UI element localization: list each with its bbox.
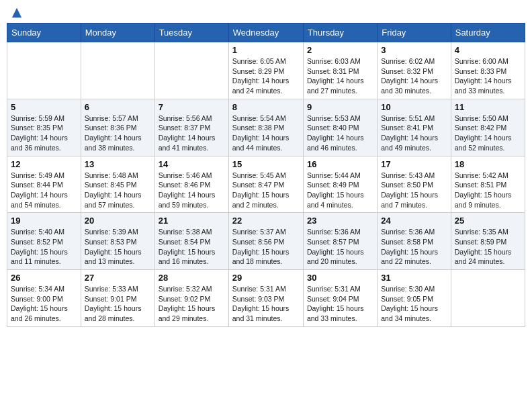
calendar-cell: 12Sunrise: 5:49 AMSunset: 8:44 PMDayligh… [7,156,81,213]
day-number: 31 [381,273,447,283]
logo-icon [11,7,23,19]
day-number: 23 [307,216,373,226]
day-info: Sunrise: 5:46 AMSunset: 8:46 PMDaylight:… [159,171,225,210]
page-header [7,7,525,17]
day-info: Sunrise: 5:42 AMSunset: 8:51 PMDaylight:… [455,171,521,210]
day-number: 29 [232,273,300,283]
day-number: 20 [85,216,151,226]
logo [9,7,23,17]
calendar-cell: 11Sunrise: 5:50 AMSunset: 8:42 PMDayligh… [451,99,525,156]
calendar-cell: 13Sunrise: 5:48 AMSunset: 8:45 PMDayligh… [81,156,154,213]
day-number: 9 [307,102,373,112]
day-info: Sunrise: 5:40 AMSunset: 8:52 PMDaylight:… [11,227,77,267]
day-number: 17 [381,159,447,169]
column-header-thursday: Thursday [303,24,377,42]
day-number: 22 [232,216,300,226]
calendar-cell: 10Sunrise: 5:51 AMSunset: 8:41 PMDayligh… [378,99,451,156]
column-header-sunday: Sunday [7,24,81,42]
day-number: 11 [455,102,521,112]
calendar-cell: 29Sunrise: 5:31 AMSunset: 9:03 PMDayligh… [228,270,303,327]
column-header-friday: Friday [378,24,451,42]
calendar-cell: 2Sunrise: 6:03 AMSunset: 8:31 PMDaylight… [303,42,377,99]
calendar-cell: 17Sunrise: 5:43 AMSunset: 8:50 PMDayligh… [378,156,451,213]
calendar-week-row: 26Sunrise: 5:34 AMSunset: 9:00 PMDayligh… [7,270,525,327]
day-number: 13 [85,159,151,169]
day-number: 4 [455,45,521,55]
calendar-cell: 22Sunrise: 5:37 AMSunset: 8:56 PMDayligh… [228,213,303,270]
day-info: Sunrise: 5:51 AMSunset: 8:41 PMDaylight:… [381,113,447,153]
calendar-week-row: 12Sunrise: 5:49 AMSunset: 8:44 PMDayligh… [7,156,525,213]
calendar-cell: 19Sunrise: 5:40 AMSunset: 8:52 PMDayligh… [7,213,81,270]
day-info: Sunrise: 5:31 AMSunset: 9:04 PMDaylight:… [307,284,373,324]
column-header-monday: Monday [81,24,154,42]
calendar-cell [7,42,81,99]
calendar-cell: 1Sunrise: 6:05 AMSunset: 8:29 PMDaylight… [228,42,303,99]
day-info: Sunrise: 6:00 AMSunset: 8:33 PMDaylight:… [455,56,521,96]
calendar-cell: 27Sunrise: 5:33 AMSunset: 9:01 PMDayligh… [81,270,154,327]
calendar-week-row: 5Sunrise: 5:59 AMSunset: 8:35 PMDaylight… [7,99,525,156]
calendar-cell: 16Sunrise: 5:44 AMSunset: 8:49 PMDayligh… [303,156,377,213]
day-number: 14 [159,159,225,169]
day-info: Sunrise: 5:44 AMSunset: 8:49 PMDaylight:… [307,171,373,210]
calendar-cell: 8Sunrise: 5:54 AMSunset: 8:38 PMDaylight… [228,99,303,156]
day-info: Sunrise: 5:48 AMSunset: 8:45 PMDaylight:… [85,171,151,210]
calendar-cell: 21Sunrise: 5:38 AMSunset: 8:54 PMDayligh… [154,213,228,270]
day-info: Sunrise: 5:33 AMSunset: 9:01 PMDaylight:… [85,284,151,324]
calendar-cell: 3Sunrise: 6:02 AMSunset: 8:32 PMDaylight… [378,42,451,99]
calendar-cell: 15Sunrise: 5:45 AMSunset: 8:47 PMDayligh… [228,156,303,213]
day-number: 5 [11,102,77,112]
day-info: Sunrise: 5:57 AMSunset: 8:36 PMDaylight:… [85,113,151,153]
day-number: 1 [232,45,300,55]
calendar-cell: 5Sunrise: 5:59 AMSunset: 8:35 PMDaylight… [7,99,81,156]
day-info: Sunrise: 5:36 AMSunset: 8:58 PMDaylight:… [381,227,447,267]
day-info: Sunrise: 5:38 AMSunset: 8:54 PMDaylight:… [159,227,225,267]
day-info: Sunrise: 5:54 AMSunset: 8:38 PMDaylight:… [232,113,300,153]
day-number: 21 [159,216,225,226]
column-header-wednesday: Wednesday [228,24,303,42]
calendar-cell: 31Sunrise: 5:30 AMSunset: 9:05 PMDayligh… [378,270,451,327]
day-number: 6 [85,102,151,112]
day-info: Sunrise: 5:56 AMSunset: 8:37 PMDaylight:… [159,113,225,153]
calendar-cell: 6Sunrise: 5:57 AMSunset: 8:36 PMDaylight… [81,99,154,156]
day-info: Sunrise: 5:37 AMSunset: 8:56 PMDaylight:… [232,227,300,267]
day-info: Sunrise: 5:36 AMSunset: 8:57 PMDaylight:… [307,227,373,267]
calendar-cell: 28Sunrise: 5:32 AMSunset: 9:02 PMDayligh… [154,270,228,327]
calendar-cell: 4Sunrise: 6:00 AMSunset: 8:33 PMDaylight… [451,42,525,99]
day-info: Sunrise: 5:34 AMSunset: 9:00 PMDaylight:… [11,284,77,324]
day-number: 8 [232,102,300,112]
calendar-week-row: 1Sunrise: 6:05 AMSunset: 8:29 PMDaylight… [7,42,525,99]
day-number: 24 [381,216,447,226]
day-info: Sunrise: 5:35 AMSunset: 8:59 PMDaylight:… [455,227,521,267]
calendar-cell: 14Sunrise: 5:46 AMSunset: 8:46 PMDayligh… [154,156,228,213]
calendar-cell [451,270,525,327]
calendar-week-row: 19Sunrise: 5:40 AMSunset: 8:52 PMDayligh… [7,213,525,270]
day-number: 7 [159,102,225,112]
calendar-cell [81,42,154,99]
day-info: Sunrise: 5:49 AMSunset: 8:44 PMDaylight:… [11,171,77,210]
day-info: Sunrise: 5:30 AMSunset: 9:05 PMDaylight:… [381,284,447,324]
calendar-cell: 7Sunrise: 5:56 AMSunset: 8:37 PMDaylight… [154,99,228,156]
column-header-saturday: Saturday [451,24,525,42]
calendar-cell: 9Sunrise: 5:53 AMSunset: 8:40 PMDaylight… [303,99,377,156]
calendar-cell [154,42,228,99]
day-number: 16 [307,159,373,169]
day-info: Sunrise: 6:05 AMSunset: 8:29 PMDaylight:… [232,56,300,96]
day-number: 15 [232,159,300,169]
day-info: Sunrise: 5:32 AMSunset: 9:02 PMDaylight:… [159,284,225,324]
column-header-tuesday: Tuesday [154,24,228,42]
calendar-cell: 20Sunrise: 5:39 AMSunset: 8:53 PMDayligh… [81,213,154,270]
day-number: 25 [455,216,521,226]
day-number: 3 [381,45,447,55]
day-number: 26 [11,273,77,283]
day-number: 28 [159,273,225,283]
day-number: 10 [381,102,447,112]
day-info: Sunrise: 6:03 AMSunset: 8:31 PMDaylight:… [307,56,373,96]
day-info: Sunrise: 6:02 AMSunset: 8:32 PMDaylight:… [381,56,447,96]
day-number: 30 [307,273,373,283]
day-info: Sunrise: 5:43 AMSunset: 8:50 PMDaylight:… [381,171,447,210]
calendar-table: SundayMondayTuesdayWednesdayThursdayFrid… [7,23,525,327]
day-info: Sunrise: 5:59 AMSunset: 8:35 PMDaylight:… [11,113,77,153]
day-number: 19 [11,216,77,226]
day-info: Sunrise: 5:50 AMSunset: 8:42 PMDaylight:… [455,113,521,153]
day-info: Sunrise: 5:45 AMSunset: 8:47 PMDaylight:… [232,171,300,210]
